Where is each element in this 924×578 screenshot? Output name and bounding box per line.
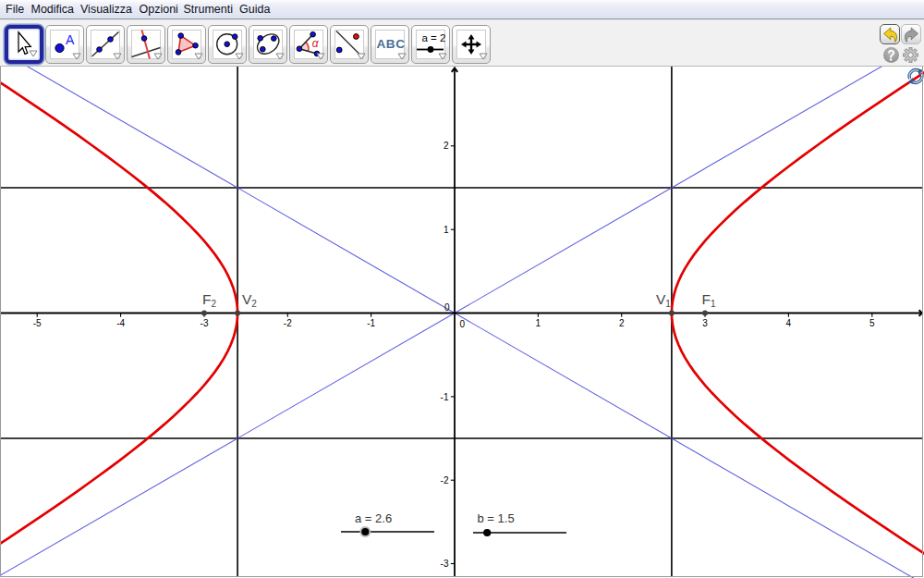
svg-text:-3: -3 bbox=[201, 318, 209, 328]
svg-text:1: 1 bbox=[536, 318, 541, 328]
svg-text:4: 4 bbox=[786, 318, 792, 328]
svg-text:ABC: ABC bbox=[377, 37, 406, 51]
svg-text:-3: -3 bbox=[441, 559, 449, 569]
svg-text:2: 2 bbox=[619, 318, 625, 328]
svg-text:0: 0 bbox=[444, 302, 450, 313]
svg-text:b = 1.5: b = 1.5 bbox=[478, 511, 515, 525]
svg-text:3: 3 bbox=[702, 318, 708, 328]
svg-text:a = 2.6: a = 2.6 bbox=[355, 511, 392, 525]
svg-text:F2: F2 bbox=[202, 291, 216, 309]
svg-text:F1: F1 bbox=[702, 291, 716, 309]
svg-text:-4: -4 bbox=[116, 318, 125, 328]
svg-text:-2: -2 bbox=[441, 475, 449, 486]
svg-text:-1: -1 bbox=[367, 318, 375, 328]
svg-text:1: 1 bbox=[444, 225, 449, 235]
svg-text:2: 2 bbox=[444, 141, 449, 151]
svg-text:-5: -5 bbox=[33, 318, 42, 328]
svg-text:A: A bbox=[66, 32, 75, 47]
svg-text:5: 5 bbox=[869, 318, 875, 328]
svg-text:-2: -2 bbox=[284, 318, 292, 328]
svg-text:0: 0 bbox=[460, 319, 466, 329]
svg-text:a = 2: a = 2 bbox=[422, 32, 446, 43]
svg-text:V1: V1 bbox=[656, 291, 671, 309]
svg-text:α: α bbox=[312, 37, 320, 50]
svg-text:-1: -1 bbox=[441, 392, 449, 402]
svg-text:V2: V2 bbox=[242, 291, 257, 309]
